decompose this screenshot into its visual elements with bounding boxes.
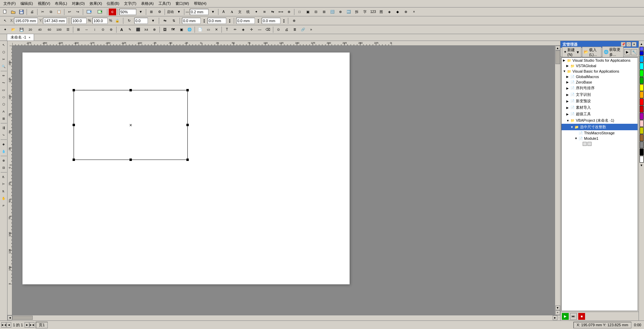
tree-newpreset[interactable]: ▶ 📄 新变预设	[562, 98, 638, 104]
handle-mid-left[interactable]	[73, 124, 75, 126]
t2-circle[interactable]: ⊕	[151, 26, 158, 33]
tool-table[interactable]: ⊞	[0, 115, 7, 122]
tool-parallel[interactable]: ⇶	[0, 124, 7, 131]
t2-page[interactable]: 📄	[196, 26, 204, 33]
tree-toggle-newpreset[interactable]: ▶	[566, 100, 570, 103]
tool-fill[interactable]: ◈	[0, 141, 7, 148]
handle-top-left[interactable]	[73, 89, 75, 91]
color-green[interactable]	[640, 70, 644, 77]
t2-num2[interactable]: 40	[35, 26, 44, 33]
t2-x4[interactable]: X4	[142, 26, 150, 33]
tb-icon-s[interactable]: 123	[369, 9, 377, 15]
pos-y-arrows[interactable]: ▲▼	[228, 17, 232, 24]
tree-vsta[interactable]: ▶ 📁 Visual Studio Tools for Applications	[562, 58, 638, 63]
tree-vba[interactable]: ▼ 📁 Visual Basic for Applications	[562, 69, 638, 74]
macro-load-btn[interactable]: 📂 载入(L)...	[582, 47, 601, 57]
pos-x-arrows[interactable]: ▲▼	[202, 17, 206, 24]
transform-btn[interactable]: ⊕	[290, 17, 298, 24]
w-percent-input[interactable]	[71, 18, 87, 24]
vertical-scrollbar[interactable]: ▲ ▼ +	[555, 46, 560, 315]
t2-num1[interactable]: 20	[26, 26, 35, 33]
document-tab[interactable]: 未命名 -1 ×	[7, 34, 34, 41]
t2-x-btn[interactable]: ✕	[213, 26, 220, 33]
t2-pencil[interactable]: ✎	[126, 26, 134, 33]
y-input[interactable]	[43, 18, 67, 24]
tool-rect[interactable]: ▭	[0, 87, 7, 93]
color-black[interactable]	[640, 149, 644, 155]
tool-crop[interactable]: ✂	[0, 56, 7, 63]
macro-debug-btn[interactable]: 🔧	[631, 49, 637, 55]
page-prev-btn[interactable]: ◄	[6, 322, 11, 328]
color-orange[interactable]	[640, 91, 644, 98]
color-strip-down[interactable]: ▼	[639, 163, 644, 168]
menu-table[interactable]: 表格(A)	[139, 0, 156, 7]
t2-f[interactable]: ⊚	[107, 26, 115, 33]
rotation-input[interactable]	[134, 18, 148, 24]
cut-btn[interactable]: ✂	[39, 9, 46, 15]
t2-link[interactable]: 🔗	[299, 26, 307, 33]
tb-icon-o[interactable]: ⊕	[337, 9, 344, 15]
tb-icon-a[interactable]: A	[220, 9, 227, 15]
page-last-btn[interactable]: ►►	[30, 322, 34, 328]
page-first-btn[interactable]: ◄◄	[1, 322, 6, 328]
color-purple[interactable]	[640, 113, 644, 120]
tool-text[interactable]: A	[0, 108, 7, 115]
new-btn[interactable]	[1, 9, 9, 15]
tool-extras2[interactable]: ⊟	[0, 164, 7, 171]
tree-toggle-module1[interactable]: ▼	[574, 137, 578, 140]
settings-btn[interactable]: ⚙	[156, 9, 163, 15]
start-dropdown[interactable]: ▼	[175, 9, 183, 15]
t2-circle2[interactable]: ⊙	[275, 26, 282, 33]
color-strip-up[interactable]: ▲	[639, 42, 644, 46]
tree-toggle-globalmacros[interactable]: ▶	[566, 75, 570, 78]
tb-icon-b[interactable]: 𝐀	[228, 9, 235, 15]
tb-icon-w[interactable]: ⊕	[402, 9, 410, 15]
macro-close-btn[interactable]: ×	[632, 42, 637, 47]
copy-btn[interactable]: ⧉	[47, 9, 55, 15]
macro-stop-btn[interactable]: ■	[578, 313, 585, 320]
pos-y-input[interactable]	[208, 18, 226, 24]
tree-supertool[interactable]: ▶ 📄 超级工具	[562, 111, 638, 117]
tree-toggle-selectedsize[interactable]: ▼	[570, 125, 574, 129]
macro-new-btn[interactable]: ✦ 新建(N) ▼	[562, 47, 581, 57]
tb-icon-v[interactable]: ◆	[394, 9, 401, 15]
tree-toggle-seqsort[interactable]: ▶	[566, 87, 570, 90]
tree-seqsort[interactable]: ▶ 📄 序列号排序	[562, 85, 638, 91]
tb-icon-f[interactable]: ≋	[261, 9, 268, 15]
color-darkred[interactable]	[640, 106, 644, 113]
tb-icon-j[interactable]: □	[296, 9, 303, 15]
tb-icon-h[interactable]: ⟺	[277, 9, 285, 15]
scroll-down-btn[interactable]: ▼	[555, 305, 560, 310]
color-darkblue[interactable]	[640, 51, 644, 55]
scroll-up-btn[interactable]: ▲	[555, 46, 560, 50]
tree-toggle-vsta[interactable]: ▶	[563, 59, 566, 62]
tree-toggle-vba[interactable]: ▼	[563, 70, 566, 73]
color-darkgreen[interactable]	[640, 77, 644, 84]
t2-box[interactable]: ▣	[178, 26, 185, 33]
tool-eyedrop[interactable]: 💧	[0, 148, 7, 155]
size-w-input[interactable]	[236, 18, 255, 24]
tree-material[interactable]: ▶ 📄 素材导入	[562, 104, 638, 111]
scroll-right-btn[interactable]: ►	[553, 315, 557, 320]
t2-img1[interactable]: 🖼	[161, 26, 169, 33]
scroll-thumb-v[interactable]	[555, 50, 560, 64]
tool-shape[interactable]: ⬡	[0, 49, 7, 56]
zoom-input[interactable]	[119, 9, 136, 15]
t2-pencil2[interactable]: ✏	[231, 26, 239, 33]
t2-printer[interactable]: 🖨	[283, 26, 290, 33]
tool-ellipse[interactable]: ⬭	[0, 94, 7, 101]
t2-more[interactable]: »	[307, 26, 315, 33]
x-input[interactable]	[14, 18, 38, 24]
t2-line[interactable]: —	[256, 26, 263, 33]
tool-select[interactable]: ↖	[0, 42, 7, 48]
t2-open[interactable]: 📂	[10, 26, 17, 33]
tb-icon-x[interactable]: ×	[410, 9, 418, 15]
color-blue[interactable]	[640, 47, 644, 51]
open-btn[interactable]	[10, 9, 17, 15]
menu-help[interactable]: 帮助(H)	[192, 0, 209, 7]
pos-x-input[interactable]	[182, 18, 201, 24]
tool-freehand[interactable]: ✏	[0, 72, 7, 79]
tree-zerobase[interactable]: ▶ 📄 ZeroBase	[562, 79, 638, 85]
tool-polygon[interactable]: ⬡	[0, 101, 7, 108]
t2-T[interactable]: T	[223, 26, 231, 33]
